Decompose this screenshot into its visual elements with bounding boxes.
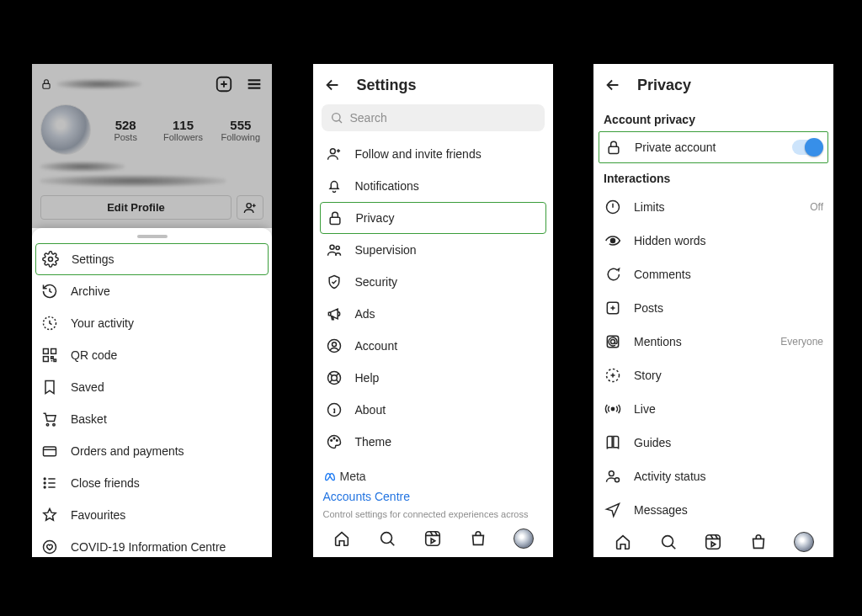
row-label: Comments [634,268,691,281]
row-mentions[interactable]: Mentions Everyone [593,325,833,358]
person-plus-icon [604,468,622,485]
stat-following[interactable]: 555 Following [218,118,263,142]
svg-point-16 [330,149,335,154]
item-supervision[interactable]: Supervision [317,234,550,266]
private-toggle[interactable] [792,140,822,155]
item-label: Follow and invite friends [355,147,482,161]
nav-home-icon[interactable] [613,532,633,552]
page-title: Settings [357,77,417,94]
hamburger-icon[interactable] [245,75,263,93]
plus-square-icon [604,300,622,316]
people-icon [325,242,343,258]
row-story[interactable]: Story [593,358,833,392]
row-activity-status[interactable]: Activity status [593,459,833,493]
menu-label: Settings [72,252,114,266]
nav-shop-icon[interactable] [748,532,769,552]
privacy-header: Privacy [593,64,833,104]
nav-profile-icon[interactable] [794,532,814,552]
item-notifications[interactable]: Notifications [317,170,550,202]
accounts-centre-link[interactable]: Accounts Centre [313,486,553,505]
privacy-screen: Privacy Account privacy Private account … [593,64,833,557]
svg-rect-41 [706,535,721,550]
row-live[interactable]: Live [593,392,833,426]
menu-basket[interactable]: Basket [32,403,272,435]
profile-screen: 528 Posts 115 Followers 555 Following Ed… [32,64,272,557]
item-follow-invite[interactable]: Follow and invite friends [317,138,550,170]
megaphone-icon [325,305,343,322]
svg-rect-5 [44,349,49,354]
nav-search-icon[interactable] [377,528,397,549]
stat-followers[interactable]: 115 Followers [160,118,205,142]
menu-archive[interactable]: Archive [32,275,272,307]
item-security[interactable]: Security [317,266,550,298]
row-label: Hidden words [634,234,706,247]
item-label: Account [355,339,398,353]
nav-search-icon[interactable] [658,532,678,552]
new-post-icon[interactable] [215,75,233,93]
row-guides[interactable]: Guides [593,426,833,459]
item-about[interactable]: About [317,394,550,426]
item-label: Supervision [355,243,417,257]
settings-header: Settings [313,64,553,104]
item-help[interactable]: Help [317,362,550,394]
edit-profile-button[interactable]: Edit Profile [40,195,231,220]
lock-icon [326,210,344,226]
row-label: Live [634,402,656,416]
row-hidden-words[interactable]: Hidden words [593,224,833,258]
row-posts[interactable]: Posts [593,291,833,325]
item-account[interactable]: Account [317,330,550,362]
item-theme[interactable]: Theme [317,426,550,458]
discover-people-button[interactable] [237,195,263,220]
menu-label: Close friends [71,476,140,490]
username-area[interactable] [40,78,141,90]
stat-posts[interactable]: 528 Posts [103,118,148,142]
at-icon [604,333,622,350]
nav-reels-icon[interactable] [423,528,443,549]
nav-home-icon[interactable] [332,528,352,549]
search-input[interactable]: Search [322,104,545,131]
menu-label: Favourites [71,508,125,522]
avatar[interactable] [40,104,91,155]
bottom-nav [313,521,553,557]
bio-redacted [40,162,263,187]
row-label: Activity status [634,470,706,483]
svg-point-25 [330,440,332,442]
list-icon [40,475,59,491]
row-messages[interactable]: Messages [593,493,833,527]
menu-label: Saved [71,380,104,394]
page-title: Privacy [637,77,691,94]
item-ads[interactable]: Ads [317,298,550,330]
menu-favourites[interactable]: Favourites [32,499,272,531]
row-label: Private account [635,141,716,154]
row-label: Mentions [634,335,682,348]
svg-point-38 [609,471,614,476]
svg-point-8 [46,423,49,426]
back-icon[interactable] [323,76,342,94]
nav-reels-icon[interactable] [703,532,723,552]
back-icon[interactable] [604,76,622,94]
svg-point-3 [49,258,53,262]
row-limits[interactable]: Limits Off [593,190,833,224]
meta-description: Control settings for connected experienc… [313,505,553,521]
bookmark-icon [40,379,59,396]
menu-saved[interactable]: Saved [32,371,272,403]
sheet-handle[interactable] [137,235,168,238]
svg-rect-17 [330,217,340,224]
menu-orders[interactable]: Orders and payments [32,435,272,467]
search-icon [330,111,343,125]
menu-covid[interactable]: COVID-19 Information Centre [32,531,272,557]
svg-point-28 [381,533,392,544]
row-private-account[interactable]: Private account [599,131,828,163]
profile-menu-sheet: Settings Archive Your activity QR code S… [32,228,272,557]
nav-shop-icon[interactable] [468,528,488,549]
menu-close-friends[interactable]: Close friends [32,467,272,499]
row-comments[interactable]: Comments [593,258,833,291]
menu-qr[interactable]: QR code [32,339,272,371]
item-label: Security [355,275,398,289]
item-privacy[interactable]: Privacy [320,202,546,234]
nav-profile-icon[interactable] [513,528,534,549]
svg-point-9 [53,423,56,426]
menu-settings[interactable]: Settings [35,243,269,275]
menu-activity[interactable]: Your activity [32,307,272,339]
svg-point-11 [44,478,45,480]
